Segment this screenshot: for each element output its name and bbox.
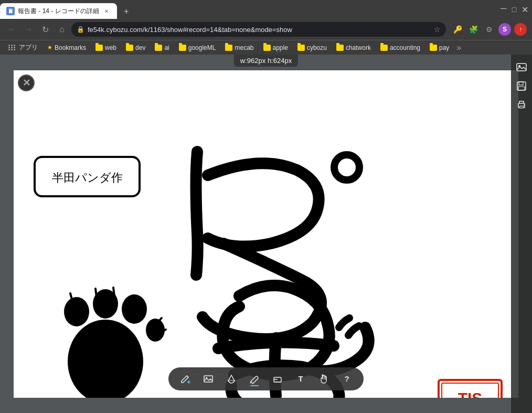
tab-label: 報告書 - 14 - レコードの詳細 bbox=[18, 7, 99, 16]
refresh-button[interactable]: ↻ bbox=[38, 22, 52, 37]
svg-point-3 bbox=[68, 320, 143, 398]
user-avatar: S bbox=[498, 23, 511, 36]
maximize-button[interactable]: □ bbox=[511, 6, 517, 13]
page-area: w:962px h:624px ✕ 半田パンダ作 bbox=[0, 55, 532, 413]
bookmark-label: pay bbox=[439, 44, 449, 51]
folder-icon bbox=[179, 45, 186, 51]
bookmark-label: dev bbox=[135, 44, 145, 51]
active-tab[interactable]: 📋 報告書 - 14 - レコードの詳細 ✕ bbox=[0, 3, 117, 19]
folder-icon bbox=[430, 45, 437, 51]
bookmarks-bar: アプリ ★ Bookmarks web dev ai googleML meca… bbox=[0, 40, 532, 55]
extensions-icon[interactable]: 🧩 bbox=[466, 22, 481, 37]
refresh-icon: ↻ bbox=[42, 25, 49, 35]
navigation-bar: ← → ↻ ⌂ 🔒 fe54k.cybozu.com/k/1163/show#r… bbox=[0, 19, 532, 40]
back-button[interactable]: ← bbox=[4, 22, 19, 37]
drawing-canvas[interactable]: ✕ 半田パンダ作 bbox=[14, 70, 518, 398]
bookmark-bookmarks[interactable]: ★ Bookmarks bbox=[43, 43, 90, 52]
right-toolbar bbox=[511, 55, 532, 413]
bookmark-mecab[interactable]: mecab bbox=[221, 43, 258, 52]
viewer-area: w:962px h:624px ✕ 半田パンダ作 bbox=[0, 55, 532, 413]
bookmark-apple[interactable]: apple bbox=[259, 43, 292, 52]
bookmark-label: mecab bbox=[235, 44, 253, 51]
folder-icon bbox=[297, 45, 305, 51]
update-icon[interactable]: ↑ bbox=[513, 22, 528, 37]
folder-icon bbox=[263, 45, 271, 51]
bookmark-web[interactable]: web bbox=[91, 43, 121, 52]
svg-rect-15 bbox=[517, 63, 526, 71]
home-button[interactable]: ⌂ bbox=[55, 22, 69, 37]
svg-point-6 bbox=[122, 294, 147, 324]
svg-rect-21 bbox=[519, 106, 524, 108]
chrome-frame: 📋 報告書 - 14 - レコードの詳細 ✕ + ─ □ ✕ ← → ↻ ⌂ 🔒… bbox=[0, 0, 532, 413]
url-text: fe54k.cybozu.com/k/1163/show#record=14&t… bbox=[88, 26, 431, 34]
bookmark-chatwork[interactable]: chatwork bbox=[332, 43, 375, 52]
text-icon: T bbox=[298, 374, 303, 383]
pen-add-button[interactable] bbox=[177, 370, 194, 387]
svg-text:半田パンダ作: 半田パンダ作 bbox=[52, 171, 123, 184]
print-button[interactable] bbox=[513, 97, 530, 113]
svg-rect-18 bbox=[519, 82, 523, 85]
folder-icon bbox=[155, 45, 162, 51]
image-insert-button[interactable] bbox=[200, 370, 217, 387]
window-controls: ─ □ ✕ bbox=[496, 0, 532, 19]
bookmark-label: ai bbox=[164, 44, 169, 51]
svg-text:TIS: TIS bbox=[458, 389, 483, 398]
title-bar: 📋 報告書 - 14 - レコードの詳細 ✕ + ─ □ ✕ bbox=[0, 0, 532, 19]
image-view-icon bbox=[516, 61, 527, 73]
bookmark-dev[interactable]: dev bbox=[122, 43, 150, 52]
eraser-icon bbox=[272, 374, 283, 384]
image-icon bbox=[203, 374, 214, 384]
view-image-button[interactable] bbox=[513, 59, 530, 76]
avatar-button[interactable]: S bbox=[497, 22, 512, 37]
hand-button[interactable] bbox=[315, 370, 332, 387]
bookmarks-more-button[interactable]: » bbox=[454, 43, 463, 52]
bookmark-pay[interactable]: pay bbox=[425, 43, 453, 52]
hand-icon bbox=[318, 374, 329, 384]
pen-icon bbox=[249, 374, 260, 384]
folder-icon bbox=[336, 45, 344, 51]
svg-rect-12 bbox=[204, 376, 212, 382]
bookmark-googleml[interactable]: googleML bbox=[175, 43, 220, 52]
bookmark-ai[interactable]: ai bbox=[151, 43, 173, 52]
bookmark-label: apple bbox=[273, 44, 288, 51]
pen-button[interactable] bbox=[246, 370, 263, 387]
forward-button[interactable]: → bbox=[21, 22, 36, 37]
home-icon: ⌂ bbox=[59, 25, 65, 34]
apps-label: アプリ bbox=[19, 43, 38, 52]
extension-icons: 🔑 🧩 ⚙ S ↑ bbox=[450, 22, 528, 37]
bookmark-star-icon: ★ bbox=[47, 44, 52, 51]
canvas-svg: 半田パンダ作 bbox=[14, 70, 518, 398]
settings-icon[interactable]: ⚙ bbox=[482, 22, 496, 37]
help-button[interactable]: ? bbox=[338, 370, 355, 387]
save-icon bbox=[516, 80, 527, 92]
address-icons: ☆ bbox=[434, 25, 441, 34]
bookmark-label: Bookmarks bbox=[55, 44, 86, 51]
back-icon: ← bbox=[7, 25, 16, 34]
folder-icon bbox=[225, 45, 232, 51]
bookmark-accounting[interactable]: accounting bbox=[376, 43, 424, 52]
apps-button[interactable]: アプリ bbox=[4, 42, 42, 53]
folder-icon bbox=[380, 45, 388, 51]
forward-icon: → bbox=[24, 25, 33, 34]
tab-close-button[interactable]: ✕ bbox=[102, 7, 111, 15]
print-icon bbox=[516, 99, 527, 111]
minimize-button[interactable]: ─ bbox=[501, 5, 507, 12]
folder-icon bbox=[126, 45, 133, 51]
star-icon[interactable]: ☆ bbox=[434, 25, 441, 34]
address-bar[interactable]: 🔒 fe54k.cybozu.com/k/1163/show#record=14… bbox=[71, 22, 446, 37]
save-button[interactable] bbox=[513, 78, 530, 94]
folder-icon bbox=[95, 45, 103, 51]
bookmark-label: accounting bbox=[390, 44, 420, 51]
fill-button[interactable] bbox=[223, 370, 240, 387]
close-button[interactable]: ✕ bbox=[18, 75, 35, 91]
bookmark-cybozu[interactable]: cybozu bbox=[293, 43, 331, 52]
key-icon[interactable]: 🔑 bbox=[450, 22, 465, 37]
svg-point-22 bbox=[524, 104, 525, 105]
text-button[interactable]: T bbox=[292, 370, 309, 387]
new-tab-button[interactable]: + bbox=[119, 4, 134, 19]
pen-add-icon bbox=[180, 374, 190, 384]
close-window-button[interactable]: ✕ bbox=[522, 6, 528, 13]
svg-point-7 bbox=[146, 319, 165, 342]
eraser-button[interactable] bbox=[269, 370, 286, 387]
tab-favicon: 📋 bbox=[6, 7, 15, 15]
